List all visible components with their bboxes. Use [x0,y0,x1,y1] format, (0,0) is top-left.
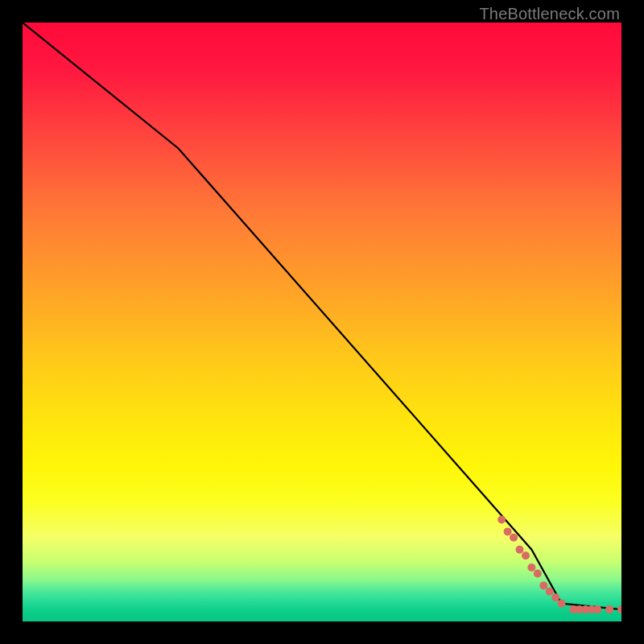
chart-stage: TheBottleneck.com [0,0,644,644]
attribution-text: TheBottleneck.com [479,5,620,23]
gradient-background [23,23,621,621]
